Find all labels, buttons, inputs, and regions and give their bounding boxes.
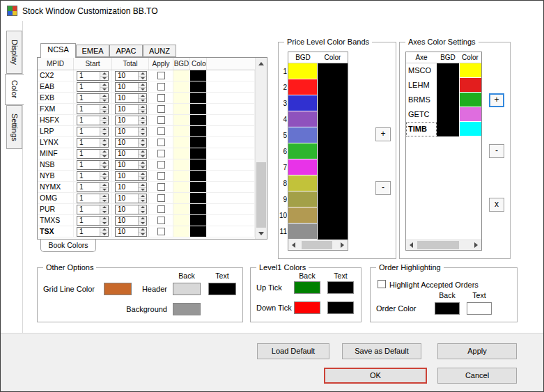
scroll-right-icon[interactable] (337, 240, 348, 250)
spin-down-icon[interactable] (100, 77, 108, 81)
axes-row[interactable]: GETC (406, 107, 481, 122)
apply-checkbox[interactable] (157, 205, 165, 213)
add-band-button[interactable]: + (375, 127, 391, 141)
total-spinner[interactable]: 10 (115, 104, 147, 114)
total-spinner[interactable]: 10 (115, 227, 147, 237)
tab-book-colors[interactable]: Book Colors (40, 240, 96, 252)
text-color-swatch[interactable] (190, 193, 207, 203)
bgd-color-swatch[interactable] (173, 126, 190, 136)
order-text-swatch[interactable] (467, 302, 492, 315)
text-color-swatch[interactable] (190, 182, 207, 192)
spin-down-icon[interactable] (139, 155, 146, 159)
up-tick-back-swatch[interactable] (294, 281, 320, 294)
text-color-swatch[interactable] (318, 224, 348, 240)
bgd-color-swatch[interactable] (437, 107, 459, 122)
bgd-color-swatch[interactable] (288, 175, 318, 191)
tab-display[interactable]: Display (6, 31, 22, 74)
bgd-color-swatch[interactable] (288, 207, 318, 224)
spin-down-icon[interactable] (100, 166, 108, 170)
background-swatch[interactable] (173, 303, 201, 315)
spin-down-icon[interactable] (100, 233, 108, 237)
text-color-swatch[interactable] (190, 137, 207, 148)
total-spinner[interactable]: 10 (115, 160, 147, 170)
spin-down-icon[interactable] (139, 199, 146, 203)
spin-down-icon[interactable] (100, 132, 108, 136)
text-color-swatch[interactable] (318, 207, 348, 224)
header-back-swatch[interactable] (173, 283, 201, 295)
bgd-color-swatch[interactable] (288, 95, 318, 111)
ok-button[interactable]: OK (324, 368, 427, 384)
spin-down-icon[interactable] (100, 210, 108, 214)
spin-down-icon[interactable] (139, 121, 146, 125)
bgd-color-swatch[interactable] (288, 224, 318, 240)
spin-down-icon[interactable] (100, 143, 108, 148)
total-spinner[interactable]: 10 (115, 149, 147, 159)
spin-down-icon[interactable] (139, 210, 146, 214)
total-spinner[interactable]: 10 (115, 93, 147, 103)
bgd-color-swatch[interactable] (173, 104, 190, 114)
apply-checkbox[interactable] (157, 228, 165, 235)
text-color-swatch[interactable] (318, 111, 348, 127)
text-color-swatch[interactable] (190, 148, 207, 159)
apply-checkbox[interactable] (157, 72, 165, 79)
start-spinner[interactable]: 1 (77, 171, 109, 181)
start-spinner[interactable]: 1 (77, 227, 109, 237)
text-color-swatch[interactable] (318, 95, 348, 111)
bgd-color-swatch[interactable] (288, 127, 318, 143)
spin-down-icon[interactable] (100, 177, 108, 181)
bgd-color-swatch[interactable] (288, 191, 318, 207)
text-color-swatch[interactable] (318, 143, 348, 159)
text-color-swatch[interactable] (190, 70, 207, 81)
text-color-swatch[interactable] (190, 81, 207, 92)
spin-down-icon[interactable] (139, 77, 146, 81)
total-spinner[interactable]: 10 (115, 171, 147, 181)
text-color-swatch[interactable] (459, 122, 481, 136)
text-color-swatch[interactable] (459, 78, 481, 93)
tab-ncsa[interactable]: NCSA (40, 43, 76, 58)
total-spinner[interactable]: 10 (115, 71, 147, 81)
save-as-default-button[interactable]: Save as Default (342, 343, 421, 359)
apply-checkbox[interactable] (157, 105, 165, 113)
axes-row[interactable]: TIMB (406, 122, 481, 136)
bgd-color-swatch[interactable] (437, 63, 459, 78)
start-spinner[interactable]: 1 (77, 149, 109, 159)
bgd-color-swatch[interactable] (173, 81, 190, 92)
bgd-color-swatch[interactable] (173, 159, 190, 170)
text-color-swatch[interactable] (190, 226, 207, 237)
text-color-swatch[interactable] (190, 115, 207, 125)
tab-aunz[interactable]: AUNZ (143, 45, 176, 57)
tab-settings[interactable]: Settings (6, 105, 22, 149)
total-spinner[interactable]: 10 (115, 116, 147, 125)
text-color-swatch[interactable] (318, 63, 348, 79)
bgd-color-swatch[interactable] (173, 148, 190, 159)
text-color-swatch[interactable] (190, 126, 207, 136)
spin-down-icon[interactable] (139, 99, 146, 103)
apply-checkbox[interactable] (157, 116, 165, 124)
bgd-color-swatch[interactable] (288, 111, 318, 127)
apply-checkbox[interactable] (157, 161, 165, 168)
bgd-color-swatch[interactable] (288, 143, 318, 159)
text-color-swatch[interactable] (318, 191, 348, 207)
spin-down-icon[interactable] (100, 188, 108, 192)
apply-checkbox[interactable] (157, 172, 165, 180)
start-spinner[interactable]: 1 (77, 93, 109, 103)
add-axe-button[interactable]: + (489, 93, 504, 107)
cancel-button[interactable]: Cancel (437, 368, 517, 384)
bgd-color-swatch[interactable] (173, 70, 190, 81)
start-spinner[interactable]: 1 (77, 71, 109, 81)
spin-down-icon[interactable] (100, 110, 108, 114)
bgd-color-swatch[interactable] (173, 115, 190, 125)
start-spinner[interactable]: 1 (77, 182, 109, 192)
bgd-color-swatch[interactable] (173, 215, 190, 226)
text-color-swatch[interactable] (190, 93, 207, 103)
spin-down-icon[interactable] (139, 177, 146, 181)
text-color-swatch[interactable] (318, 79, 348, 95)
delete-axe-button[interactable]: x (489, 198, 504, 212)
apply-checkbox[interactable] (157, 217, 165, 224)
apply-checkbox[interactable] (157, 194, 165, 202)
text-color-swatch[interactable] (459, 93, 481, 107)
scrollbar-thumb[interactable] (417, 241, 459, 249)
apply-checkbox[interactable] (157, 127, 165, 135)
down-tick-back-swatch[interactable] (294, 301, 320, 314)
scroll-up-icon[interactable] (256, 58, 267, 69)
